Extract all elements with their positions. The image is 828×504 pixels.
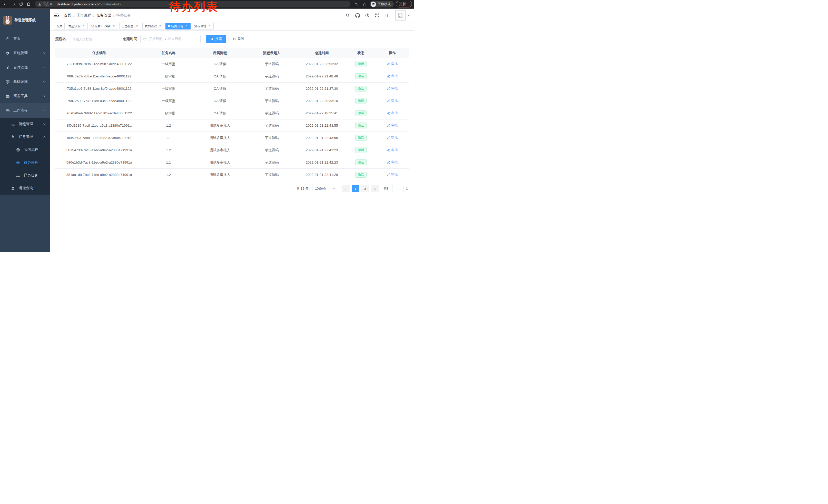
- tab-done-task[interactable]: 已办任务 ×: [119, 23, 141, 30]
- list-tree-icon: [10, 122, 15, 126]
- cell-task-id: a6aba0a4-7b6d-11ec-b781-acde48001122: [55, 111, 143, 115]
- url-text: dashboard.yudao.iocoder.cn/bpm/task/todo: [57, 2, 121, 6]
- incognito-badge: 无痕模式: [370, 1, 394, 7]
- password-key-button[interactable]: [353, 1, 360, 7]
- tab-my-process[interactable]: 我的流程 ×: [142, 23, 164, 30]
- next-page-button[interactable]: ›: [371, 185, 379, 192]
- sidebar-item-done-task[interactable]: 已办任务: [0, 169, 50, 182]
- sidebar-logo[interactable]: 芋道管理系统: [0, 9, 50, 32]
- fullscreen-button[interactable]: [372, 13, 382, 18]
- address-bar[interactable]: 不安全 dashboard.yudao.iocoder.cn/bpm/task/…: [35, 1, 350, 7]
- security-label: 不安全: [43, 2, 52, 6]
- approve-link[interactable]: 审批: [387, 111, 398, 116]
- tab-form-edit[interactable]: 流程表单-编辑 ×: [89, 23, 118, 30]
- page-size-select[interactable]: 10条/页: [312, 185, 337, 192]
- chrome-update-button[interactable]: 更新: [396, 1, 412, 7]
- edit-pen-icon: [387, 173, 390, 176]
- user-avatar-menu[interactable]: [395, 10, 410, 20]
- approve-link[interactable]: 审批: [387, 74, 398, 79]
- sidebar-item-task-mgmt[interactable]: 任务管理: [0, 131, 50, 143]
- approve-link[interactable]: 审批: [387, 148, 398, 152]
- browser-reload-button[interactable]: [17, 1, 25, 7]
- sidebar-item-system[interactable]: 系统管理: [0, 46, 50, 60]
- status-badge: 激活: [355, 123, 367, 129]
- font-size-button[interactable]: [382, 13, 392, 18]
- approve-link[interactable]: 审批: [387, 98, 398, 103]
- sidebar-item-workflow[interactable]: 工作流程: [0, 103, 50, 118]
- sidebar-item-payment[interactable]: 支付管理: [0, 60, 50, 75]
- bookmark-star-button[interactable]: [361, 1, 368, 7]
- hamburger-icon: [54, 13, 59, 18]
- edit-pen-icon: [387, 111, 390, 115]
- edit-pen-icon: [387, 161, 390, 164]
- github-link-button[interactable]: [353, 13, 363, 18]
- cell-create-time: 2022-01-21 22:42:23: [297, 161, 346, 164]
- chevron-down-icon: [43, 95, 46, 98]
- reset-button[interactable]: 重置: [229, 35, 248, 43]
- approve-link[interactable]: 审批: [387, 86, 398, 91]
- dashboard-icon: [5, 36, 10, 41]
- approve-link[interactable]: 审批: [387, 172, 398, 177]
- sidebar-item-devtools[interactable]: 研发工具: [0, 89, 50, 103]
- close-icon[interactable]: ×: [112, 25, 116, 28]
- close-icon[interactable]: ×: [82, 25, 85, 28]
- cell-task-name: 一级审批: [143, 111, 194, 116]
- page-button-2[interactable]: 2: [362, 185, 369, 192]
- approve-link[interactable]: 审批: [387, 160, 398, 165]
- breadcrumb-separator: /: [113, 13, 114, 17]
- chevron-up-icon: [43, 135, 46, 138]
- cell-create-time: 2022-01-22 21:37:30: [297, 87, 346, 91]
- approve-link[interactable]: 审批: [387, 123, 398, 128]
- prev-page-button[interactable]: ‹: [342, 185, 349, 192]
- approve-link[interactable]: 审批: [387, 135, 398, 140]
- cell-task-id: 8f059c03-7ac8-11ec-a9e2-a2380e71991a: [55, 136, 143, 140]
- sidebar-item-label: 任务管理: [19, 135, 33, 139]
- end-date-placeholder: 结束日期: [168, 37, 181, 41]
- sidebar-item-leave-query[interactable]: 请假查询: [0, 182, 50, 194]
- help-doc-button[interactable]: [363, 13, 372, 18]
- edit-pen-icon: [387, 148, 390, 152]
- sidebar-item-my-process[interactable]: 我的流程: [0, 143, 50, 156]
- cell-task-name: 一级审批: [143, 62, 194, 66]
- close-icon[interactable]: ×: [208, 25, 211, 28]
- browser-home-button[interactable]: [25, 1, 32, 7]
- sidebar-item-process-mgmt[interactable]: 流程管理: [0, 118, 50, 131]
- breadcrumb-home[interactable]: 首页: [64, 13, 71, 18]
- breadcrumb-workflow[interactable]: 工作流程: [77, 13, 91, 18]
- date-range-picker[interactable]: 开始日期 - 结束日期: [140, 35, 201, 43]
- tab-todo-task-active[interactable]: 待办任务 ×: [165, 23, 191, 30]
- approve-link[interactable]: 审批: [387, 61, 398, 66]
- pagination-total: 共 16 条: [296, 186, 308, 191]
- process-name-input[interactable]: [69, 35, 115, 43]
- breadcrumb-separator: /: [73, 13, 74, 17]
- breadcrumb-task-mgmt[interactable]: 任务管理: [96, 13, 111, 18]
- goto-page-input[interactable]: [392, 185, 404, 192]
- browser-back-button[interactable]: [2, 1, 9, 7]
- search-button[interactable]: 搜索: [206, 35, 226, 43]
- tab-start-process[interactable]: 发起流程 ×: [66, 23, 88, 30]
- back-arrow-icon: [4, 2, 8, 6]
- close-icon[interactable]: ×: [185, 25, 188, 28]
- sidebar-item-label: 支付管理: [13, 65, 28, 70]
- app-title: 芋道管理系统: [14, 18, 36, 22]
- sidebar-item-infra[interactable]: 基础设施: [0, 75, 50, 89]
- column-header-process: 所属流程: [194, 51, 246, 55]
- kebab-menu-icon[interactable]: [407, 2, 410, 6]
- header-search-button[interactable]: [343, 13, 353, 18]
- close-icon[interactable]: ×: [135, 25, 139, 28]
- close-icon[interactable]: ×: [158, 25, 162, 28]
- sidebar-collapse-button[interactable]: [54, 12, 59, 18]
- tab-process-detail[interactable]: 流程详情 ×: [192, 23, 214, 30]
- app-logo-image: [3, 16, 12, 25]
- sidebar-item-home[interactable]: 首页: [0, 32, 50, 46]
- tab-home[interactable]: 首页: [54, 23, 65, 30]
- status-badge: 激活: [355, 86, 367, 92]
- cell-task-id: 73211d9d-7b9b-11ec-b5b7-acde48001122: [55, 62, 143, 66]
- page-button-1[interactable]: 1: [352, 185, 359, 192]
- yuan-icon: [5, 65, 10, 70]
- eye-closed-icon: [16, 173, 20, 178]
- warning-triangle-icon: [38, 3, 41, 6]
- security-status[interactable]: 不安全: [38, 2, 52, 6]
- browser-forward-button[interactable]: [10, 1, 17, 7]
- sidebar-item-todo-task[interactable]: 待办任务: [0, 156, 50, 169]
